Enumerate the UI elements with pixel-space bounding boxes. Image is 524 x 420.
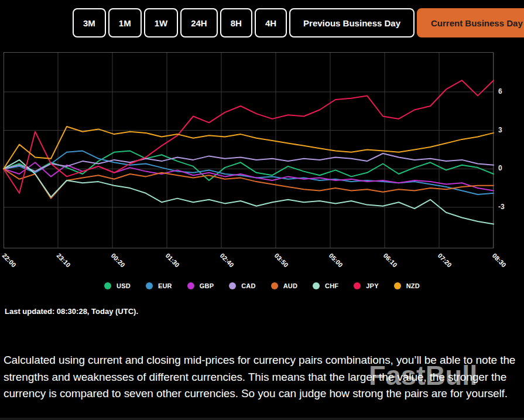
x-axis-label: 23:10 [56, 252, 72, 268]
y-axis-label: 0 [498, 164, 502, 172]
legend-label: GBP [200, 282, 214, 289]
legend-label: USD [117, 282, 131, 289]
x-axis-label: 02:40 [219, 252, 235, 268]
currency-strength-page: 3M1M1W24H8H4HPrevious Business DayCurren… [0, 0, 524, 420]
legend-label: NZD [406, 282, 420, 289]
legend-label: AUD [283, 282, 297, 289]
legend-item-usd[interactable]: USD [104, 282, 131, 289]
legend-item-chf[interactable]: CHF [313, 282, 338, 289]
legend-dot-gbp [187, 282, 194, 289]
y-axis-label: -3 [498, 203, 505, 211]
x-axis-label: 07:20 [437, 252, 453, 268]
last-updated-text: Last updated: 08:30:28, Today (UTC). [5, 307, 138, 316]
legend-dot-chf [313, 282, 320, 289]
x-axis-label: 00:20 [110, 252, 126, 268]
legend-label: CHF [325, 282, 338, 289]
y-axis-label: 3 [498, 126, 502, 134]
timeframe-button-8h[interactable]: 8H [220, 8, 252, 37]
legend-item-eur[interactable]: EUR [146, 282, 172, 289]
legend-label: EUR [158, 282, 172, 289]
x-axis-label: 06:10 [382, 252, 399, 268]
timeframe-button-4h[interactable]: 4H [255, 8, 287, 37]
legend-dot-usd [104, 282, 111, 289]
timeframe-button-previous-business-day[interactable]: Previous Business Day [289, 8, 415, 37]
y-axis-label: 6 [498, 87, 502, 95]
legend-dot-aud [271, 282, 278, 289]
timeframe-button-24h[interactable]: 24H [180, 8, 218, 37]
x-axis-label: 08:30 [491, 252, 508, 268]
legend-label: CAD [241, 282, 255, 289]
currency-strength-chart [0, 50, 524, 254]
plot-border [4, 53, 494, 248]
legend-label: JPY [366, 282, 378, 289]
timeframe-button-current-business-day[interactable]: Current Business Day [417, 8, 524, 37]
x-axis-label: 05:00 [328, 252, 344, 268]
legend-dot-nzd [394, 282, 401, 289]
legend-item-nzd[interactable]: NZD [394, 282, 420, 289]
legend-dot-cad [229, 282, 236, 289]
timeframe-toolbar: 3M1M1W24H8H4HPrevious Business DayCurren… [73, 8, 524, 37]
x-axis-label: 03:50 [273, 252, 290, 268]
bottom-divider [0, 418, 524, 420]
legend-item-gbp[interactable]: GBP [187, 282, 214, 289]
legend-dot-jpy [354, 282, 361, 289]
legend-item-cad[interactable]: CAD [229, 282, 255, 289]
description-text: Calculated using current and closing mid… [4, 352, 521, 402]
timeframe-button-1w[interactable]: 1W [144, 8, 179, 37]
legend-dot-eur [146, 282, 153, 289]
timeframe-button-1m[interactable]: 1M [108, 8, 142, 37]
x-axis-label: 22:00 [1, 252, 18, 268]
x-axis-label: 01:30 [165, 252, 181, 268]
timeframe-button-3m[interactable]: 3M [73, 8, 106, 37]
legend-item-aud[interactable]: AUD [271, 282, 297, 289]
chart-legend: USDEURGBPCADAUDCHFJPYNZD [0, 282, 524, 289]
legend-item-jpy[interactable]: JPY [354, 282, 378, 289]
